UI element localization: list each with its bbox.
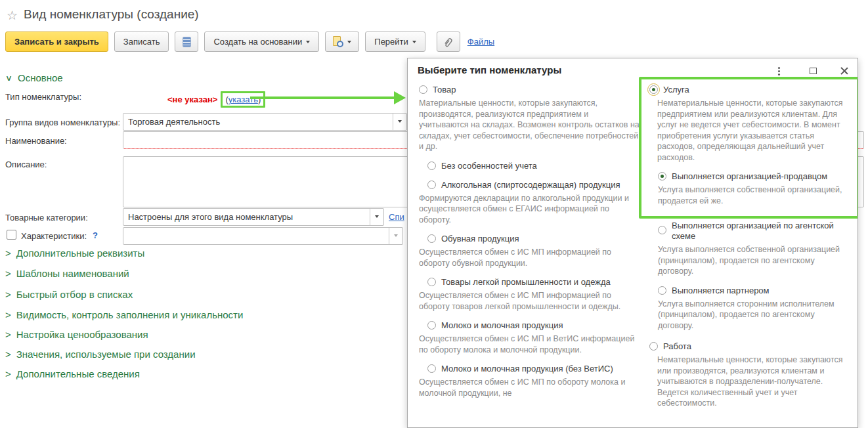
option-milk-production-no-vetis[interactable]: Молоко и молочная продукция (без ВетИС) bbox=[427, 364, 640, 374]
section-additional-attributes[interactable]: >Дополнительные реквизиты bbox=[5, 247, 144, 259]
attachments-button[interactable] bbox=[437, 32, 460, 52]
option-label: Алкогольная (спиртосодержащая) продукция bbox=[441, 180, 620, 190]
option-service[interactable]: Услуга bbox=[649, 85, 848, 95]
categories-label: Товарные категории: bbox=[5, 213, 88, 223]
toolbar: Записать и закрыть Записать Создать на о… bbox=[5, 32, 494, 52]
go-to-button[interactable]: Перейти bbox=[365, 32, 425, 52]
description-label: Описание: bbox=[5, 160, 47, 169]
radio-selected-icon[interactable] bbox=[649, 85, 658, 94]
more-icon bbox=[778, 70, 780, 72]
radio-icon[interactable] bbox=[427, 234, 436, 243]
section-label: Дополнительные реквизиты bbox=[16, 247, 144, 259]
categories-list-link[interactable]: Спи bbox=[389, 212, 404, 222]
option-no-special-accounting[interactable]: Без особенностей учета bbox=[427, 161, 640, 171]
option-description: Нематериальные ценности, которые закупаю… bbox=[657, 98, 848, 163]
characteristics-combobox[interactable] bbox=[123, 227, 403, 245]
group-value: Торговая деятельность bbox=[123, 117, 393, 127]
section-label: Значения, используемые при создании bbox=[16, 349, 196, 360]
option-footwear-production[interactable]: Обувная продукция bbox=[427, 234, 640, 244]
option-milk-production[interactable]: Молоко и молочная продукция bbox=[427, 320, 640, 331]
section-additional-info[interactable]: >Дополнительные сведения bbox=[5, 368, 140, 379]
option-performed-by-org-agency[interactable]: Выполняется организацией по агентской сх… bbox=[658, 221, 848, 242]
dialog-title: Выберите тип номенклатуры bbox=[418, 64, 561, 75]
radio-icon[interactable] bbox=[419, 85, 427, 94]
save-and-close-label: Записать и закрыть bbox=[14, 37, 99, 47]
radio-icon[interactable] bbox=[427, 278, 436, 286]
dialog-right-column: Услуга Нематериальные ценности, которые … bbox=[649, 85, 848, 409]
clock-icon bbox=[337, 41, 343, 47]
group-combobox[interactable]: Торговая деятельность bbox=[123, 113, 407, 131]
report-icon bbox=[183, 37, 191, 47]
option-alcohol-production[interactable]: Алкогольная (спиртосодержащая) продукция bbox=[427, 180, 640, 190]
categories-combobox[interactable]: Настроены для этого вида номенклатуры bbox=[123, 208, 384, 226]
option-description: Осуществляется обмен с ИС МП информацией… bbox=[419, 290, 640, 312]
option-product[interactable]: Товар bbox=[419, 85, 640, 95]
section-pricing-setup[interactable]: >Настройка ценообразования bbox=[5, 329, 148, 340]
option-light-industry-goods[interactable]: Товары легкой промышленности и одежда bbox=[427, 277, 640, 288]
radio-icon[interactable] bbox=[427, 364, 436, 373]
annotation-box-specify: (указать) bbox=[221, 91, 265, 108]
option-performed-by-seller-org[interactable]: Выполняется организацией-продавцом bbox=[658, 171, 848, 182]
save-and-close-button[interactable]: Записать и закрыть bbox=[5, 32, 108, 52]
radio-selected-icon[interactable] bbox=[658, 172, 666, 181]
save-label: Записать bbox=[123, 37, 160, 47]
option-description: Услуга выполняется собственной организац… bbox=[658, 244, 848, 277]
option-description: Нематериальные ценности, которые закупаю… bbox=[657, 354, 848, 409]
characteristics-help-link[interactable]: ? bbox=[93, 230, 98, 240]
create-based-on-button[interactable]: Создать на основании bbox=[204, 32, 319, 52]
change-history-button[interactable] bbox=[325, 32, 359, 52]
maximize-icon bbox=[810, 68, 817, 74]
section-label: Дополнительные сведения bbox=[16, 368, 140, 379]
radio-icon[interactable] bbox=[427, 321, 436, 330]
chevron-down-icon bbox=[394, 234, 398, 239]
option-work[interactable]: Работа bbox=[649, 341, 848, 352]
option-description: Услуга выполняется собственной организац… bbox=[658, 184, 848, 206]
characteristics-checkbox[interactable] bbox=[7, 230, 16, 240]
radio-icon[interactable] bbox=[427, 181, 436, 189]
section-quick-filter[interactable]: >Быстрый отбор в списках bbox=[5, 289, 133, 300]
characteristics-dropdown-button[interactable] bbox=[389, 228, 402, 244]
close-button[interactable] bbox=[838, 65, 850, 77]
group-label: Группа видов номенклатуры: bbox=[5, 118, 120, 127]
option-performed-by-partner[interactable]: Выполняется партнером bbox=[658, 286, 848, 296]
annotation-arrow-line bbox=[250, 96, 395, 99]
option-label: Выполняется партнером bbox=[672, 286, 770, 296]
section-visibility-control[interactable]: >Видимость, контроль заполнения и уникал… bbox=[5, 309, 243, 320]
favorite-star-icon[interactable]: ☆ bbox=[7, 8, 18, 23]
option-label: Выполняется организацией по агентской сх… bbox=[672, 221, 848, 242]
name-label: Наименование: bbox=[5, 136, 67, 146]
chevron-down-icon bbox=[306, 41, 310, 45]
maximize-button[interactable] bbox=[807, 65, 819, 77]
files-link[interactable]: Файлы bbox=[467, 37, 494, 47]
option-label: Работа bbox=[663, 341, 691, 352]
chevron-right-icon: > bbox=[5, 247, 11, 259]
chevron-right-icon: > bbox=[5, 368, 11, 379]
section-label: Шаблоны наименований bbox=[16, 268, 129, 279]
annotation-arrow-head bbox=[394, 91, 406, 104]
more-button[interactable] bbox=[773, 65, 785, 77]
radio-icon[interactable] bbox=[658, 286, 666, 295]
section-label: Быстрый отбор в списках bbox=[16, 289, 133, 300]
section-main-header[interactable]: ∨Основное bbox=[5, 72, 63, 84]
chevron-down-icon bbox=[412, 41, 416, 45]
section-creation-values[interactable]: >Значения, используемые при создании bbox=[5, 349, 196, 360]
option-label: Без особенностей учета bbox=[441, 161, 537, 171]
radio-icon[interactable] bbox=[649, 342, 658, 351]
chevron-down-icon bbox=[375, 215, 379, 220]
section-name-templates[interactable]: >Шаблоны наименований bbox=[5, 268, 129, 279]
radio-icon[interactable] bbox=[427, 161, 436, 170]
reports-button[interactable] bbox=[175, 32, 198, 52]
option-description: Формируются декларации по алкогольной пр… bbox=[419, 193, 640, 226]
type-value-row: <не указан> (указать) bbox=[167, 91, 265, 108]
section-main-label: Основное bbox=[18, 72, 63, 83]
paperclip-icon bbox=[440, 33, 456, 50]
dialog-left-column: Товар Материальные ценности, которые зак… bbox=[419, 85, 640, 398]
option-label: Услуга bbox=[663, 85, 689, 95]
group-dropdown-button[interactable] bbox=[393, 114, 406, 130]
document-history-icon bbox=[333, 36, 343, 47]
categories-dropdown-button[interactable] bbox=[370, 209, 383, 225]
save-button[interactable]: Записать bbox=[114, 32, 169, 52]
option-label: Молоко и молочная продукция bbox=[441, 320, 563, 331]
option-label: Выполняется организацией-продавцом bbox=[672, 171, 827, 182]
radio-icon[interactable] bbox=[658, 226, 666, 234]
